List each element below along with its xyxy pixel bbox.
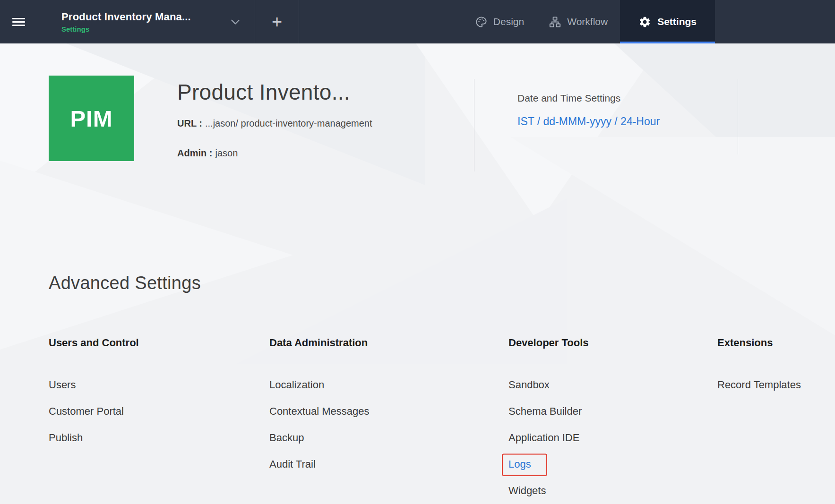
app-admin-row: Admin :jason	[177, 147, 372, 159]
settings-columns: Users and Control Users Customer Portal …	[49, 336, 835, 504]
link-contextual-messages[interactable]: Contextual Messages	[269, 405, 370, 417]
column-heading: Data Administration	[269, 336, 508, 349]
tab-settings[interactable]: Settings	[620, 0, 715, 43]
vertical-divider	[738, 79, 738, 154]
list-item: Record Templates	[717, 378, 835, 392]
datetime-title: Date and Time Settings	[517, 93, 660, 104]
column-heading: Users and Control	[49, 336, 269, 349]
url-value: ...jason/ product-inventory-management	[205, 118, 372, 128]
app-logo-text: PIM	[70, 105, 112, 132]
list-item: Customer Portal	[49, 405, 269, 419]
column-heading: Extensions	[717, 336, 835, 349]
nav-workflow-label: Workflow	[567, 16, 608, 27]
list-item: Widgets	[508, 484, 717, 498]
list-item: Backup	[269, 431, 508, 445]
design-palette-icon	[475, 16, 488, 28]
app-info: Product Invento... URL :...jason/ produc…	[177, 80, 372, 159]
add-app-button[interactable]: +	[255, 0, 299, 43]
datetime-format-link[interactable]: IST / dd-MMM-yyyy / 24-Hour	[517, 115, 660, 128]
app-url-row: URL :...jason/ product-inventory-managem…	[177, 118, 372, 129]
link-backup[interactable]: Backup	[269, 432, 304, 444]
list-item: Contextual Messages	[269, 405, 508, 419]
link-audit-trail[interactable]: Audit Trail	[269, 458, 316, 470]
workflow-sitemap-icon	[549, 16, 561, 28]
background-pattern	[416, 43, 662, 223]
list-item: Audit Trail	[269, 458, 508, 471]
nav-workflow[interactable]: Workflow	[536, 0, 620, 43]
datetime-settings: Date and Time Settings IST / dd-MMM-yyyy…	[517, 93, 660, 128]
link-application-ide[interactable]: Application IDE	[508, 432, 579, 444]
column-heading: Developer Tools	[508, 336, 717, 349]
app-logo: PIM	[49, 76, 134, 161]
app-subtitle: Settings	[61, 25, 191, 33]
link-localization[interactable]: Localization	[269, 379, 324, 391]
list-item: Logs	[508, 458, 717, 471]
section-title-advanced-settings: Advanced Settings	[49, 273, 201, 293]
topbar: Product Inventory Mana... Settings +	[0, 0, 835, 43]
list-item: Sandbox	[508, 378, 717, 392]
url-label: URL :	[177, 118, 202, 128]
page: Product Inventory Mana... Settings +	[0, 0, 835, 504]
list-item: Application IDE	[508, 431, 717, 445]
nav-design[interactable]: Design	[463, 0, 536, 43]
hamburger-icon	[12, 16, 49, 28]
column-developer-tools: Developer Tools Sandbox Schema Builder A…	[508, 336, 717, 504]
column-users-and-control: Users and Control Users Customer Portal …	[49, 336, 269, 504]
link-customer-portal[interactable]: Customer Portal	[49, 405, 124, 417]
gear-icon	[638, 16, 651, 28]
background-pattern	[510, 137, 835, 335]
list-item: Publish	[49, 431, 269, 445]
list-item: Schema Builder	[508, 405, 717, 419]
link-publish[interactable]: Publish	[49, 432, 83, 444]
link-users[interactable]: Users	[49, 379, 76, 391]
link-logs[interactable]: Logs	[508, 458, 531, 470]
topbar-divider	[299, 0, 299, 43]
app-switcher[interactable]: Product Inventory Mana... Settings	[49, 0, 255, 43]
vertical-divider	[474, 79, 474, 171]
background-pattern	[614, 43, 835, 247]
column-data-administration: Data Administration Localization Context…	[269, 336, 508, 504]
column-extensions: Extensions Record Templates	[717, 336, 835, 504]
link-schema-builder[interactable]: Schema Builder	[508, 405, 582, 417]
background-pattern	[0, 161, 293, 350]
chevron-down-icon	[229, 16, 241, 28]
list-item: Localization	[269, 378, 508, 392]
list-item: Users	[49, 378, 269, 392]
link-record-templates[interactable]: Record Templates	[717, 379, 801, 391]
link-widgets[interactable]: Widgets	[508, 485, 546, 496]
admin-value: jason	[215, 148, 238, 158]
app-title-block: Product Inventory Mana... Settings	[61, 11, 191, 33]
link-sandbox[interactable]: Sandbox	[508, 379, 550, 391]
tab-settings-label: Settings	[657, 16, 697, 27]
plus-icon: +	[272, 12, 282, 32]
hamburger-menu-button[interactable]	[0, 0, 49, 43]
app-title: Product Inventory Mana...	[61, 11, 191, 23]
nav-design-label: Design	[493, 16, 524, 27]
page-title: Product Invento...	[177, 80, 372, 104]
topbar-nav: Design Workflow	[463, 0, 715, 43]
admin-label: Admin :	[177, 148, 212, 158]
